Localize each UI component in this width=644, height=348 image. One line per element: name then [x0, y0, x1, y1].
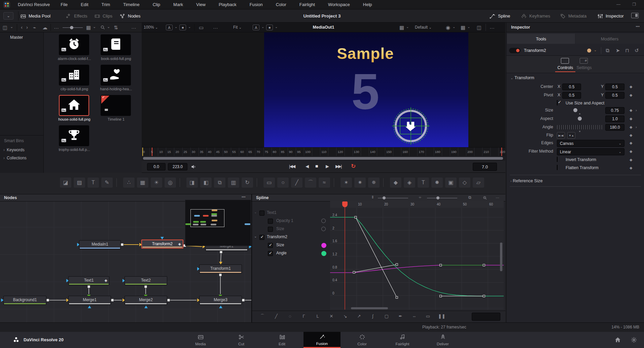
thumb-size-slider[interactable] [63, 27, 83, 28]
tool-icon[interactable]: ▣ [445, 178, 457, 188]
tool-icon[interactable]: ✶ [341, 178, 352, 188]
filter-method-dropdown[interactable]: Linear⌄ [557, 148, 624, 155]
flip-horizontal-button[interactable]: ▶|◀ [557, 132, 565, 139]
bin-item-master[interactable]: Master [0, 32, 43, 40]
tool-icon[interactable]: ✵ [368, 178, 380, 188]
search-chevron-icon[interactable]: ⌄ [107, 25, 110, 29]
sidebar-item-keywords[interactable]: ›Keywords [0, 148, 25, 152]
sidebar-item-collections[interactable]: ›Collections [0, 156, 27, 160]
pivot-keyframe-icon[interactable]: ◆ [630, 93, 632, 97]
node-mediain1[interactable]: MediaIn1 [79, 240, 121, 249]
edges-dropdown[interactable]: Canvas⌄ [557, 140, 624, 147]
menu-timeline[interactable]: Timeline [119, 2, 144, 7]
current-frame-field[interactable]: 7.0 [473, 163, 497, 171]
filter-keyframe-icon[interactable]: ◆ [630, 149, 632, 154]
node-enable-toggle[interactable] [509, 48, 521, 53]
spline-tree-item-text1[interactable]: ⌄Text1 [252, 209, 330, 217]
media-thumbnail[interactable] [59, 34, 89, 55]
media-more-icon[interactable]: … [131, 24, 136, 30]
toolbar-effects-button[interactable]: Effects [66, 9, 87, 23]
menu-view[interactable]: View [192, 2, 210, 7]
node-text1[interactable]: Text1◈ [68, 276, 109, 285]
spline-tool-icon[interactable]: ⌒ [257, 312, 267, 320]
spline-tool-icon[interactable]: ✒ [395, 312, 405, 320]
angle-keyframe-icon[interactable]: ◆ [630, 125, 632, 129]
viewer-menu-icon[interactable]: … [490, 24, 495, 30]
tool-icon[interactable]: ○ [277, 178, 289, 188]
vertical-zoom-slider[interactable] [378, 198, 408, 198]
menu-color[interactable]: Color [272, 2, 291, 7]
page-tab-media[interactable]: Media [182, 332, 219, 348]
menu-file[interactable]: File [56, 2, 72, 7]
viewer-grid-icon[interactable]: ▦ [399, 25, 404, 31]
media-item[interactable]: alarm-clock-solid-f... [59, 34, 90, 63]
invert-keyframe-icon[interactable]: ◆ [630, 158, 632, 162]
aspect-keyframe-icon[interactable]: ◆ [630, 117, 632, 121]
tool-icon[interactable]: T [418, 178, 429, 188]
nodes-minimap[interactable] [185, 200, 251, 246]
audio-mute-icon[interactable] [191, 164, 197, 171]
tool-icon[interactable]: ◇ [459, 178, 470, 188]
timeline-scrollbar[interactable] [142, 156, 505, 161]
menu-edit[interactable]: Edit [76, 2, 93, 7]
flatten-keyframe-icon[interactable]: ◆ [630, 166, 632, 170]
tool-icon[interactable]: ◨ [186, 178, 198, 188]
node-transform2[interactable]: Transform2◈ [141, 240, 183, 249]
toolbar-spline-button[interactable]: Spline [490, 9, 510, 23]
aspect-field[interactable]: 1.0 [605, 116, 624, 122]
graph-h-scrollbar[interactable] [351, 307, 388, 309]
forward-icon[interactable]: › [26, 24, 28, 30]
node-merge1[interactable]: Merge1 [68, 296, 111, 305]
node-merge3[interactable]: Merge3 [199, 296, 242, 305]
vertical-zoom-icon[interactable]: ⇕ [371, 195, 374, 199]
settings-gear-icon[interactable] [631, 337, 637, 345]
node-background1[interactable]: Background1 [3, 296, 46, 305]
tool-icon[interactable]: ▱ [473, 178, 484, 188]
curve-color-dot[interactable] [321, 227, 326, 231]
spline-value-field[interactable] [472, 313, 500, 321]
viewer-3d-icon[interactable]: ◉ [446, 25, 450, 31]
spline-graph[interactable]: 1020304050602.421.61.20.80.40 [330, 201, 504, 311]
center-keyframe-icon[interactable]: ◆ [630, 85, 632, 89]
inspector-menu-icon[interactable]: ••• [636, 24, 640, 28]
viewer-layout-icon[interactable]: ▦ [461, 25, 465, 31]
media-thumbnail[interactable] [101, 65, 131, 86]
tool-icon[interactable]: ◧ [200, 178, 212, 188]
tool-icon[interactable]: ▦ [137, 178, 148, 188]
fit-splines-icon[interactable]: ⧉ [468, 195, 471, 200]
spline-tool-icon[interactable]: ⇔ [409, 312, 419, 320]
spline-tool-icon[interactable]: L [313, 312, 323, 320]
media-thumbnail[interactable] [59, 95, 89, 116]
invert-transform-checkbox[interactable] [557, 157, 558, 162]
media-item[interactable]: book-solid-full.png [101, 34, 132, 63]
zoom-box-icon[interactable] [483, 195, 487, 201]
spline-tool-icon[interactable]: Γ [299, 312, 309, 320]
tool-icon[interactable]: ◪ [60, 178, 71, 188]
spline-tree-item-transform2[interactable]: ⌄Transform2 [252, 233, 330, 242]
flatten-transform-checkbox[interactable] [557, 165, 558, 170]
menu-davinci-resolve[interactable]: DaVinci Resolve [13, 2, 54, 7]
angle-next-key-icon[interactable]: › [636, 125, 637, 129]
toolbar-metadata-button[interactable]: Metadata [560, 9, 586, 23]
page-tab-color[interactable]: Color [344, 332, 381, 348]
tool-icon[interactable]: ☀ [151, 178, 162, 188]
toolbar-clips-button[interactable]: Clips [94, 9, 112, 23]
viewer-canvas[interactable]: Sample 5 [142, 32, 505, 147]
node-reset-icon[interactable]: ↺ [635, 48, 639, 54]
more-icon[interactable]: … [54, 24, 59, 30]
loop-button[interactable]: ↻ [351, 163, 356, 170]
range-start-field[interactable]: 0.0 [147, 163, 166, 170]
page-tab-edit[interactable]: Edit [263, 332, 300, 348]
tool-icon[interactable]: ∴ [123, 178, 135, 188]
settings-tab-icon[interactable]: ✱ [580, 58, 588, 64]
media-thumbnail[interactable]: ✓ [101, 95, 131, 116]
node-lock-icon[interactable]: ⊓ [625, 48, 629, 54]
tab-tools[interactable]: Tools [507, 34, 575, 44]
media-pool-dropdown[interactable]: ⌄ [3, 12, 13, 20]
menu-fairlight[interactable]: Fairlight [295, 2, 319, 7]
tool-icon[interactable]: ◎ [165, 178, 176, 188]
panel-layout-icon[interactable] [631, 13, 639, 18]
subtab-settings[interactable]: Settings [572, 65, 596, 70]
menu-help[interactable]: Help [359, 2, 377, 7]
tool-icon[interactable]: ✹ [431, 178, 443, 188]
